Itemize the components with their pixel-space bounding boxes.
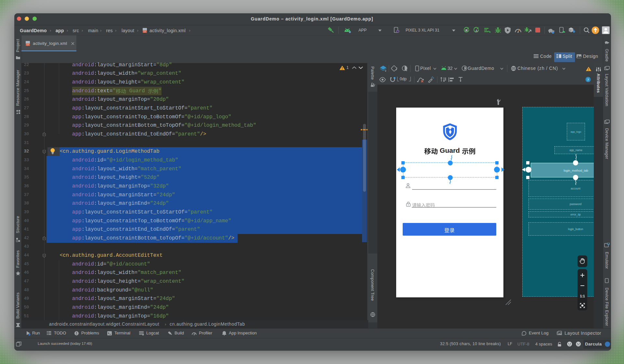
svg-text:<>: <>	[143, 31, 146, 33]
svg-text:?: ?	[587, 78, 589, 82]
svg-text:<>: <>	[26, 44, 29, 46]
svg-text:A: A	[475, 29, 477, 33]
